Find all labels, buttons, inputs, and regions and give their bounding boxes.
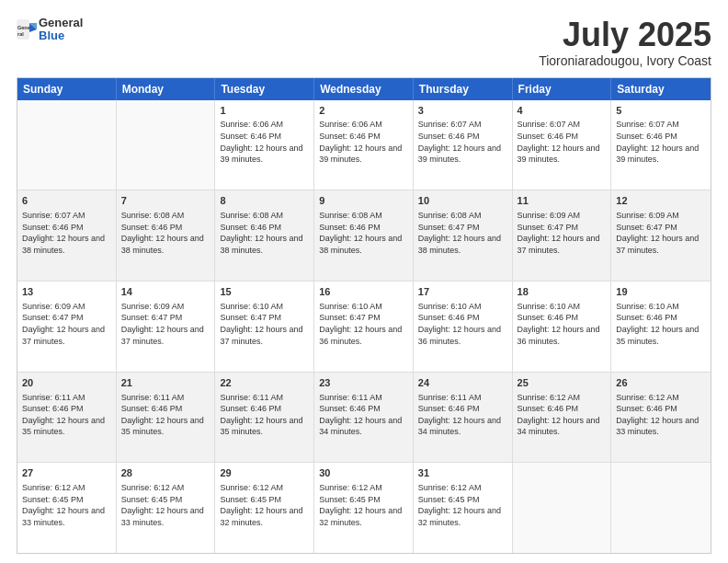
cal-week-row: 20 Sunrise: 6:11 AM Sunset: 6:46 PM Dayl… [17,372,711,463]
sunrise-text: Sunrise: 6:07 AM [418,120,482,129]
sunset-text: Sunset: 6:46 PM [518,404,579,413]
daylight-text: Daylight: 12 hours and 39 minutes. [418,144,501,165]
daylight-text: Daylight: 12 hours and 38 minutes. [319,234,402,255]
sunrise-text: Sunrise: 6:06 AM [220,120,283,129]
day-number: 8 [220,194,309,208]
cell-info: Sunrise: 6:08 AM Sunset: 6:46 PM Dayligh… [220,210,309,256]
daylight-text: Daylight: 12 hours and 35 minutes. [22,416,105,437]
sunrise-text: Sunrise: 6:07 AM [518,120,581,129]
cell-info: Sunrise: 6:12 AM Sunset: 6:45 PM Dayligh… [220,482,309,528]
daylight-text: Daylight: 12 hours and 38 minutes. [22,234,105,255]
sunrise-text: Sunrise: 6:12 AM [121,483,185,492]
cal-cell: 15 Sunrise: 6:10 AM Sunset: 6:47 PM Dayl… [215,282,314,372]
cal-cell: 7 Sunrise: 6:08 AM Sunset: 6:46 PM Dayli… [117,190,216,281]
day-number: 30 [319,466,408,480]
day-number: 22 [220,376,309,390]
cal-header-day: Wednesday [314,78,414,100]
day-number: 11 [518,194,607,208]
cell-info: Sunrise: 6:08 AM Sunset: 6:46 PM Dayligh… [319,210,408,256]
cal-cell: 6 Sunrise: 6:07 AM Sunset: 6:46 PM Dayli… [17,190,117,281]
cal-cell: 9 Sunrise: 6:08 AM Sunset: 6:46 PM Dayli… [314,190,414,281]
svg-text:ral: ral [17,31,24,37]
sunset-text: Sunset: 6:45 PM [418,495,480,504]
sunset-text: Sunset: 6:46 PM [22,223,84,232]
cal-cell: 26 Sunrise: 6:12 AM Sunset: 6:46 PM Dayl… [611,373,711,463]
daylight-text: Daylight: 12 hours and 39 minutes. [616,144,699,165]
logo: Gene ral General Blue [17,17,83,43]
cal-cell: 29 Sunrise: 6:12 AM Sunset: 6:45 PM Dayl… [215,463,314,553]
day-number: 3 [418,104,507,118]
day-number: 29 [220,466,309,480]
day-number: 4 [518,104,607,118]
sunrise-text: Sunrise: 6:07 AM [616,120,679,129]
cal-cell: 3 Sunrise: 6:07 AM Sunset: 6:46 PM Dayli… [414,100,513,190]
daylight-text: Daylight: 12 hours and 34 minutes. [319,416,402,437]
day-number: 27 [22,466,111,480]
cal-cell: 17 Sunrise: 6:10 AM Sunset: 6:46 PM Dayl… [414,282,513,372]
daylight-text: Daylight: 12 hours and 33 minutes. [616,416,699,437]
cal-week-row: 27 Sunrise: 6:12 AM Sunset: 6:45 PM Dayl… [17,462,711,553]
cal-cell: 23 Sunrise: 6:11 AM Sunset: 6:46 PM Dayl… [314,373,414,463]
cell-info: Sunrise: 6:11 AM Sunset: 6:46 PM Dayligh… [220,392,309,438]
cal-cell: 27 Sunrise: 6:12 AM Sunset: 6:45 PM Dayl… [17,463,117,553]
sunset-text: Sunset: 6:46 PM [121,404,183,413]
daylight-text: Daylight: 12 hours and 34 minutes. [518,416,600,437]
sunset-text: Sunset: 6:46 PM [22,404,84,413]
cell-info: Sunrise: 6:12 AM Sunset: 6:45 PM Dayligh… [418,482,507,528]
cal-cell: 14 Sunrise: 6:09 AM Sunset: 6:47 PM Dayl… [117,282,216,372]
cal-cell: 16 Sunrise: 6:10 AM Sunset: 6:47 PM Dayl… [314,282,414,372]
cal-cell: 24 Sunrise: 6:11 AM Sunset: 6:46 PM Dayl… [414,373,513,463]
daylight-text: Daylight: 12 hours and 37 minutes. [518,234,600,255]
sunrise-text: Sunrise: 6:12 AM [616,393,679,402]
cell-info: Sunrise: 6:08 AM Sunset: 6:46 PM Dayligh… [121,210,210,256]
sunrise-text: Sunrise: 6:11 AM [319,393,382,402]
day-number: 16 [319,285,408,299]
sunset-text: Sunset: 6:46 PM [518,132,579,141]
cell-info: Sunrise: 6:10 AM Sunset: 6:46 PM Dayligh… [616,301,706,347]
sunrise-text: Sunrise: 6:06 AM [319,120,382,129]
daylight-text: Daylight: 12 hours and 35 minutes. [616,325,699,346]
cal-cell: 8 Sunrise: 6:08 AM Sunset: 6:46 PM Dayli… [215,190,314,281]
cal-header-day: Tuesday [215,78,314,100]
day-number: 31 [418,466,507,480]
sunrise-text: Sunrise: 6:09 AM [616,211,679,220]
sunset-text: Sunset: 6:46 PM [518,313,579,322]
cal-cell: 21 Sunrise: 6:11 AM Sunset: 6:46 PM Dayl… [117,373,216,463]
sunset-text: Sunset: 6:46 PM [220,404,281,413]
day-number: 26 [616,376,706,390]
day-number: 18 [518,285,607,299]
day-number: 10 [418,194,507,208]
title-block: July 2025 Tioroniaradougou, Ivory Coast [539,17,711,68]
cal-cell: 25 Sunrise: 6:12 AM Sunset: 6:46 PM Dayl… [513,373,612,463]
day-number: 23 [319,376,408,390]
cell-info: Sunrise: 6:07 AM Sunset: 6:46 PM Dayligh… [518,119,607,165]
daylight-text: Daylight: 12 hours and 34 minutes. [418,416,501,437]
cell-info: Sunrise: 6:06 AM Sunset: 6:46 PM Dayligh… [319,119,408,165]
sunset-text: Sunset: 6:47 PM [22,313,84,322]
sunset-text: Sunset: 6:47 PM [220,313,281,322]
cal-cell [611,463,711,553]
daylight-text: Daylight: 12 hours and 35 minutes. [220,416,302,437]
sunrise-text: Sunrise: 6:08 AM [220,211,283,220]
cell-info: Sunrise: 6:09 AM Sunset: 6:47 PM Dayligh… [121,301,210,347]
calendar: SundayMondayTuesdayWednesdayThursdayFrid… [17,77,711,554]
month-title: July 2025 [539,17,711,53]
daylight-text: Daylight: 12 hours and 37 minutes. [616,234,699,255]
sunset-text: Sunset: 6:47 PM [418,223,480,232]
sunrise-text: Sunrise: 6:11 AM [220,393,283,402]
sunset-text: Sunset: 6:46 PM [319,404,381,413]
sunrise-text: Sunrise: 6:09 AM [518,211,581,220]
calendar-header: SundayMondayTuesdayWednesdayThursdayFrid… [17,78,711,100]
cell-info: Sunrise: 6:11 AM Sunset: 6:46 PM Dayligh… [418,392,507,438]
cell-info: Sunrise: 6:12 AM Sunset: 6:45 PM Dayligh… [121,482,210,528]
sunset-text: Sunset: 6:46 PM [418,132,480,141]
cell-info: Sunrise: 6:12 AM Sunset: 6:45 PM Dayligh… [22,482,111,528]
sunset-text: Sunset: 6:46 PM [220,223,281,232]
day-number: 12 [616,194,706,208]
day-number: 5 [616,104,706,118]
cal-cell: 10 Sunrise: 6:08 AM Sunset: 6:47 PM Dayl… [414,190,513,281]
header: Gene ral General Blue July 2025 Tioronia… [17,17,711,68]
day-number: 15 [220,285,309,299]
cell-info: Sunrise: 6:10 AM Sunset: 6:46 PM Dayligh… [518,301,607,347]
cell-info: Sunrise: 6:12 AM Sunset: 6:45 PM Dayligh… [319,482,408,528]
